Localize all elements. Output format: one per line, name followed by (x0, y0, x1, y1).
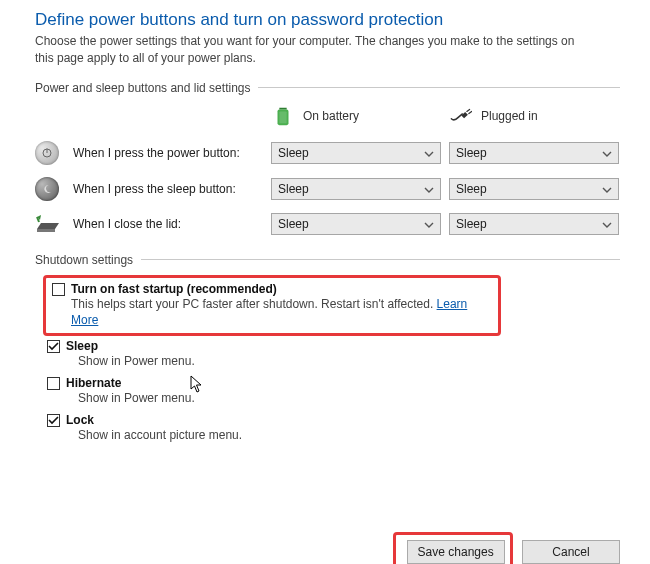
chevron-down-icon (424, 219, 434, 229)
select-value: Sleep (456, 146, 487, 160)
lock-label: Lock (66, 413, 94, 427)
close-lid-icon (35, 213, 61, 235)
save-changes-button[interactable]: Save changes (407, 540, 505, 564)
power-button-plugged-select[interactable]: Sleep (449, 142, 619, 164)
svg-line-3 (467, 109, 470, 111)
shutdown-section-header: Shutdown settings (35, 253, 620, 267)
plugged-in-column-header: Plugged in (449, 103, 619, 129)
fast-startup-highlight: Turn on fast startup (recommended) This … (43, 275, 501, 337)
close-lid-plugged-select[interactable]: Sleep (449, 213, 619, 235)
svg-rect-2 (279, 111, 286, 123)
sleep-desc: Show in Power menu. (47, 353, 620, 370)
select-value: Sleep (456, 217, 487, 231)
chevron-down-icon (602, 184, 612, 194)
hibernate-desc: Show in Power menu. (47, 390, 620, 407)
fast-startup-label: Turn on fast startup (recommended) (71, 282, 277, 296)
sleep-button-plugged-select[interactable]: Sleep (449, 178, 619, 200)
svg-marker-7 (37, 223, 59, 229)
on-battery-label: On battery (303, 109, 359, 123)
cursor-icon (190, 375, 204, 395)
page-title: Define power buttons and turn on passwor… (35, 10, 620, 30)
select-value: Sleep (278, 182, 309, 196)
divider (141, 259, 620, 260)
chevron-down-icon (602, 219, 612, 229)
lock-desc: Show in account picture menu. (47, 427, 620, 444)
close-lid-row-label: When I close the lid: (73, 217, 263, 231)
lock-checkbox[interactable] (47, 414, 60, 427)
svg-rect-0 (279, 107, 286, 109)
chevron-down-icon (424, 148, 434, 158)
buttons-section-header: Power and sleep buttons and lid settings (35, 81, 620, 95)
sleep-button-row-label: When I press the sleep button: (73, 182, 263, 196)
select-value: Sleep (278, 146, 309, 160)
on-battery-column-header: On battery (271, 103, 441, 129)
power-button-row-label: When I press the power button: (73, 146, 263, 160)
battery-icon (271, 104, 295, 128)
svg-line-4 (469, 111, 472, 113)
divider (258, 87, 620, 88)
select-value: Sleep (456, 182, 487, 196)
plugged-in-label: Plugged in (481, 109, 538, 123)
power-button-icon (35, 141, 59, 165)
sleep-checkbox[interactable] (47, 340, 60, 353)
close-lid-battery-select[interactable]: Sleep (271, 213, 441, 235)
svg-rect-8 (37, 229, 55, 232)
sleep-button-battery-select[interactable]: Sleep (271, 178, 441, 200)
fast-startup-desc: This helps start your PC faster after sh… (71, 297, 437, 311)
hibernate-label: Hibernate (66, 376, 121, 390)
chevron-down-icon (602, 148, 612, 158)
hibernate-checkbox[interactable] (47, 377, 60, 390)
shutdown-section-title: Shutdown settings (35, 253, 133, 267)
select-value: Sleep (278, 217, 309, 231)
power-button-battery-select[interactable]: Sleep (271, 142, 441, 164)
sleep-label: Sleep (66, 339, 98, 353)
page-intro: Choose the power settings that you want … (35, 33, 575, 67)
fast-startup-checkbox[interactable] (52, 283, 65, 296)
plug-icon (449, 104, 473, 128)
chevron-down-icon (424, 184, 434, 194)
buttons-section-title: Power and sleep buttons and lid settings (35, 81, 250, 95)
save-changes-highlight: Save changes (393, 532, 513, 564)
cancel-button[interactable]: Cancel (522, 540, 620, 564)
sleep-button-icon (35, 177, 59, 201)
